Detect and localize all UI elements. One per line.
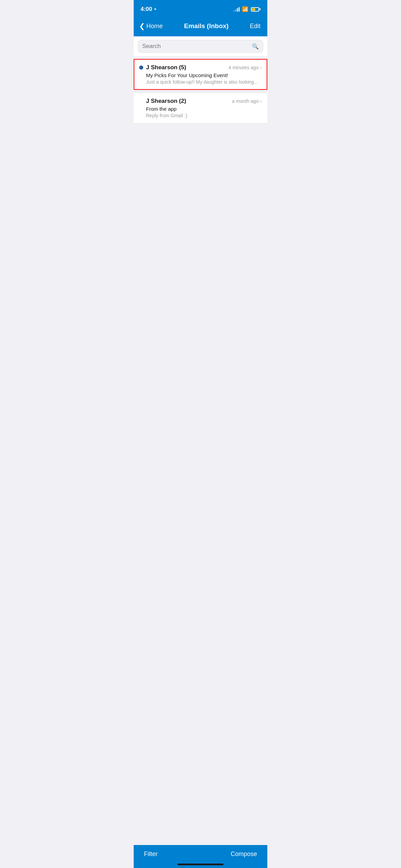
email-item[interactable]: J Shearson (2) a month ago › From the ap… xyxy=(134,93,267,123)
status-time: 4:00 ‣ xyxy=(141,6,157,13)
search-input[interactable] xyxy=(142,43,249,50)
email-header: J Shearson (5) 4 minutes ago › xyxy=(139,64,262,71)
email-sender: J Shearson (5) xyxy=(146,64,186,71)
sender-row: J Shearson (2) xyxy=(139,98,186,105)
status-icons: 📶 xyxy=(233,6,260,12)
time-label: a month ago xyxy=(232,98,259,104)
wifi-icon: 📶 xyxy=(242,6,248,12)
email-subject: From the app xyxy=(146,106,262,112)
unread-indicator xyxy=(139,65,143,70)
time-display: 4:00 xyxy=(141,6,152,13)
chevron-right-icon: › xyxy=(260,98,262,104)
search-container: 🔍 xyxy=(134,36,267,56)
location-icon: ‣ xyxy=(154,7,157,12)
main-content: 🔍 J Shearson (5) 4 minutes ago › My Pick… xyxy=(134,36,267,156)
email-subject: My Picks For Your Upcoming Event! xyxy=(146,72,262,78)
signal-icon xyxy=(233,7,240,12)
email-sender: J Shearson (2) xyxy=(146,98,186,105)
read-placeholder xyxy=(139,99,143,103)
edit-button[interactable]: Edit xyxy=(250,23,260,30)
page-title: Emails (Inbox) xyxy=(184,22,229,30)
email-header: J Shearson (2) a month ago › xyxy=(139,98,262,105)
navigation-bar: ❮ Home Emails (Inbox) Edit xyxy=(134,17,267,36)
battery-icon xyxy=(251,7,260,12)
search-bar[interactable]: 🔍 xyxy=(138,40,263,53)
email-preview: Just a quick follow-up!! My daughter is … xyxy=(146,79,262,85)
time-label: 4 minutes ago xyxy=(229,65,259,70)
status-bar: 4:00 ‣ 📶 xyxy=(134,0,267,17)
chevron-right-icon: › xyxy=(260,64,262,71)
email-preview: Reply from Gmail :) xyxy=(146,113,262,118)
email-time: 4 minutes ago › xyxy=(229,64,262,71)
back-label: Home xyxy=(146,23,163,30)
email-item[interactable]: J Shearson (5) 4 minutes ago › My Picks … xyxy=(134,59,267,90)
back-chevron-icon: ❮ xyxy=(139,22,145,30)
back-button[interactable]: ❮ Home xyxy=(139,22,163,30)
email-time: a month ago › xyxy=(232,98,262,104)
sender-row: J Shearson (5) xyxy=(139,64,186,71)
email-list: J Shearson (5) 4 minutes ago › My Picks … xyxy=(134,56,267,129)
search-icon: 🔍 xyxy=(252,43,259,50)
